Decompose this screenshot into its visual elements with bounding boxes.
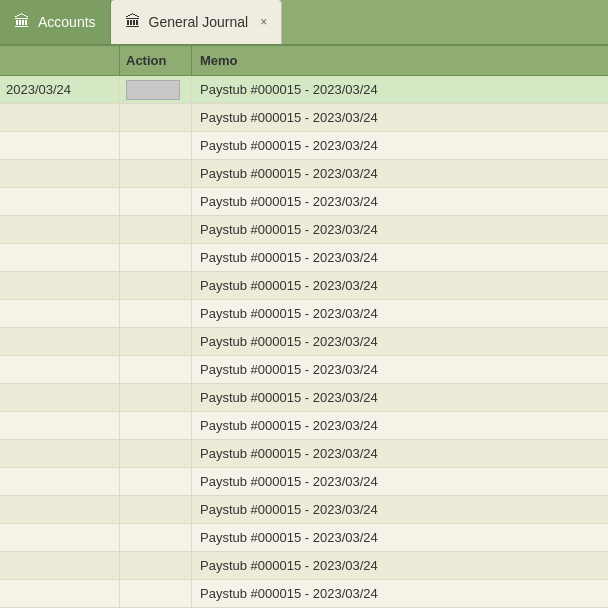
table-row[interactable]: Paystub #000015 - 2023/03/24 [0,440,608,468]
table-header: Action Memo [0,46,608,76]
cell-date [0,468,120,495]
table-row[interactable]: Paystub #000015 - 2023/03/24 [0,216,608,244]
cell-memo: Paystub #000015 - 2023/03/24 [192,104,608,131]
cell-date [0,580,120,607]
cell-date [0,216,120,243]
table-row[interactable]: Paystub #000015 - 2023/03/24 [0,104,608,132]
cell-memo: Paystub #000015 - 2023/03/24 [192,188,608,215]
cell-action [120,244,192,271]
cell-memo: Paystub #000015 - 2023/03/24 [192,160,608,187]
cell-action [120,496,192,523]
table-row[interactable]: Paystub #000015 - 2023/03/24 [0,300,608,328]
cell-date [0,328,120,355]
cell-action [120,440,192,467]
cell-date [0,132,120,159]
cell-action [120,216,192,243]
cell-date [0,356,120,383]
cell-action [120,76,192,103]
table-row[interactable]: Paystub #000015 - 2023/03/24 [0,552,608,580]
cell-memo: Paystub #000015 - 2023/03/24 [192,356,608,383]
column-header-action: Action [120,46,192,75]
cell-date [0,244,120,271]
table-row[interactable]: Paystub #000015 - 2023/03/24 [0,272,608,300]
cell-date: 2023/03/24 [0,76,120,103]
cell-date [0,496,120,523]
cell-date [0,440,120,467]
cell-memo: Paystub #000015 - 2023/03/24 [192,216,608,243]
cell-memo: Paystub #000015 - 2023/03/24 [192,580,608,607]
table-row[interactable]: Paystub #000015 - 2023/03/24 [0,160,608,188]
cell-date [0,524,120,551]
table-row[interactable]: Paystub #000015 - 2023/03/24 [0,356,608,384]
cell-memo: Paystub #000015 - 2023/03/24 [192,76,608,103]
cell-action [120,300,192,327]
cell-memo: Paystub #000015 - 2023/03/24 [192,552,608,579]
cell-action [120,272,192,299]
cell-memo: Paystub #000015 - 2023/03/24 [192,300,608,327]
cell-action [120,552,192,579]
cell-date [0,552,120,579]
cell-memo: Paystub #000015 - 2023/03/24 [192,132,608,159]
app-container: 🏛 Accounts 🏛 General Journal × Action Me… [0,0,608,608]
table-row[interactable]: 2023/03/24Paystub #000015 - 2023/03/24 [0,76,608,104]
cell-action [120,468,192,495]
cell-action [120,188,192,215]
accounts-icon: 🏛 [14,13,30,31]
cell-action [120,356,192,383]
cell-action [120,328,192,355]
cell-action [120,384,192,411]
cell-memo: Paystub #000015 - 2023/03/24 [192,412,608,439]
table-row[interactable]: Paystub #000015 - 2023/03/24 [0,244,608,272]
table-row[interactable]: Paystub #000015 - 2023/03/24 [0,580,608,608]
table-body: 2023/03/24Paystub #000015 - 2023/03/24Pa… [0,76,608,608]
tab-accounts[interactable]: 🏛 Accounts [0,0,111,44]
cell-action [120,104,192,131]
table-row[interactable]: Paystub #000015 - 2023/03/24 [0,412,608,440]
cell-memo: Paystub #000015 - 2023/03/24 [192,384,608,411]
column-header-date [0,46,120,75]
cell-date [0,412,120,439]
journal-icon: 🏛 [125,13,141,31]
cell-action [120,412,192,439]
cell-memo: Paystub #000015 - 2023/03/24 [192,524,608,551]
tab-bar: 🏛 Accounts 🏛 General Journal × [0,0,608,46]
table-row[interactable]: Paystub #000015 - 2023/03/24 [0,132,608,160]
cell-memo: Paystub #000015 - 2023/03/24 [192,272,608,299]
cell-action [120,580,192,607]
table-row[interactable]: Paystub #000015 - 2023/03/24 [0,188,608,216]
cell-date [0,104,120,131]
tab-close-icon[interactable]: × [260,15,267,29]
table-row[interactable]: Paystub #000015 - 2023/03/24 [0,328,608,356]
action-box[interactable] [126,80,180,100]
column-header-memo: Memo [192,46,608,75]
cell-date [0,300,120,327]
cell-memo: Paystub #000015 - 2023/03/24 [192,496,608,523]
tab-accounts-label: Accounts [38,14,96,30]
cell-action [120,524,192,551]
cell-date [0,272,120,299]
cell-memo: Paystub #000015 - 2023/03/24 [192,328,608,355]
cell-memo: Paystub #000015 - 2023/03/24 [192,440,608,467]
cell-memo: Paystub #000015 - 2023/03/24 [192,244,608,271]
table-row[interactable]: Paystub #000015 - 2023/03/24 [0,524,608,552]
cell-date [0,188,120,215]
tab-general-journal[interactable]: 🏛 General Journal × [111,0,283,44]
table-row[interactable]: Paystub #000015 - 2023/03/24 [0,384,608,412]
cell-date [0,384,120,411]
tab-journal-label: General Journal [149,14,249,30]
cell-action [120,132,192,159]
cell-action [120,160,192,187]
cell-date [0,160,120,187]
table-row[interactable]: Paystub #000015 - 2023/03/24 [0,496,608,524]
cell-memo: Paystub #000015 - 2023/03/24 [192,468,608,495]
table-row[interactable]: Paystub #000015 - 2023/03/24 [0,468,608,496]
